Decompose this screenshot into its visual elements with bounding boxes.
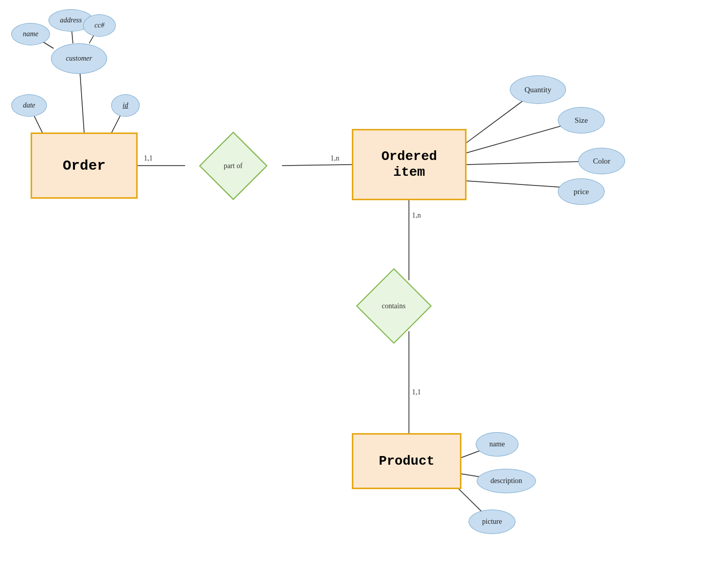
attr-date: date	[11, 94, 47, 117]
cardinality-ordered-contains: 1,n	[412, 211, 421, 220]
relationship-contains: contains	[356, 268, 431, 343]
entity-product: Product	[352, 433, 461, 489]
svg-line-1	[282, 165, 352, 166]
attr-color: Color	[578, 148, 625, 174]
attr-name-prod: name	[476, 432, 519, 457]
entity-order: Order	[31, 132, 138, 199]
cardinality-contains-product: 1,1	[412, 388, 421, 396]
connector-lines	[0, 0, 723, 588]
attr-id: id	[111, 94, 140, 117]
attr-picture: picture	[469, 510, 515, 534]
er-diagram: Order Ordereditem Product part of contai…	[0, 0, 723, 588]
cardinality-order-partof: 1,1	[144, 154, 153, 163]
attr-customer: customer	[51, 43, 107, 74]
attr-quantity: Quantity	[510, 75, 566, 104]
attr-name-cust: name	[11, 23, 50, 45]
cardinality-partof-ordered: 1,n	[330, 154, 340, 163]
relationship-part-of: part of	[199, 131, 267, 200]
attr-price: price	[558, 178, 605, 205]
attr-cc: cc#	[83, 14, 116, 37]
entity-ordered-item: Ordereditem	[352, 129, 467, 200]
attr-description: description	[477, 469, 536, 493]
attr-size: Size	[558, 107, 605, 133]
